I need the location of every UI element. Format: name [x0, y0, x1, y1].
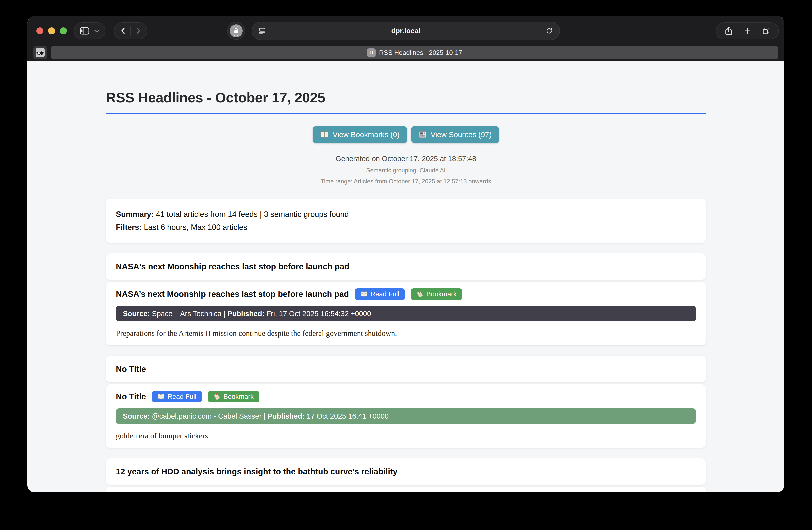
browser-window: dpr.local — [28, 16, 784, 492]
active-tab[interactable]: D RSS Headlines - 2025-10-17 — [51, 46, 779, 59]
source-bar: Source: @cabel.panic.com - Cabel Sasser … — [116, 409, 696, 424]
chevron-down-icon — [94, 29, 100, 33]
read-full-button[interactable]: Read Full — [152, 391, 202, 402]
open-book-icon — [320, 131, 329, 139]
group-heading: 12 years of HDD analysis brings insight … — [106, 458, 706, 485]
article-description: Preparations for the Artemis II mission … — [116, 329, 696, 338]
semantic-grouping-note: Semantic grouping: Claude AI — [106, 167, 706, 174]
article-card: NASA’s next Moonship reaches last stop b… — [106, 282, 706, 345]
open-book-icon — [361, 291, 367, 297]
page-title: RSS Headlines - October 17, 2025 — [106, 89, 706, 114]
tab-favicon: D — [367, 48, 376, 57]
share-button[interactable] — [725, 27, 733, 35]
group-heading: No Title — [106, 356, 706, 383]
window-controls — [37, 28, 67, 34]
read-full-button[interactable]: Read Full — [355, 288, 405, 300]
open-book-icon — [158, 394, 164, 400]
sidebar-icon — [80, 27, 89, 35]
bookmark-tag-icon — [417, 291, 423, 298]
url-text: dpr.local — [252, 27, 560, 35]
group-heading: NASA's next Moonship reaches last stop b… — [106, 254, 706, 280]
pinned-tab[interactable] — [33, 46, 47, 59]
tab-overview-button[interactable] — [763, 27, 770, 35]
toolbar-right-buttons — [716, 23, 779, 40]
article-title: No Title — [116, 392, 146, 401]
page-actions: View Bookmarks (0) View Sources (97) — [106, 126, 706, 143]
view-sources-button[interactable]: View Sources (97) — [411, 126, 499, 143]
tab-bar: D RSS Headlines - 2025-10-17 — [28, 46, 784, 61]
newspaper-icon — [419, 131, 427, 139]
nav-divider — [130, 26, 131, 36]
article-card-partial — [106, 487, 706, 492]
glasses-favicon-icon — [36, 48, 45, 57]
filters-line: Filters: Last 6 hours, Max 100 articles — [116, 221, 696, 234]
article-description: golden era of bumper stickers — [116, 431, 696, 441]
tab-title: RSS Headlines - 2025-10-17 — [379, 49, 462, 57]
forward-button[interactable] — [136, 28, 141, 34]
zoom-window-button[interactable] — [60, 28, 67, 34]
view-sources-label: View Sources (97) — [431, 130, 492, 139]
generated-timestamp: Generated on October 17, 2025 at 18:57:4… — [106, 155, 706, 163]
article-title: NASA’s next Moonship reaches last stop b… — [116, 289, 349, 299]
source-bar: Source: Space – Ars Technica | Published… — [116, 306, 696, 321]
summary-card: Summary: 41 total articles from 14 feeds… — [106, 199, 706, 243]
article-card: No Title Read Full Bookmark — [106, 385, 706, 448]
time-range-note: Time range: Articles from October 17, 20… — [106, 178, 706, 185]
bookmark-button[interactable]: Bookmark — [411, 288, 463, 300]
navigation-buttons — [114, 23, 147, 40]
view-bookmarks-button[interactable]: View Bookmarks (0) — [313, 126, 407, 143]
bookmark-tag-icon — [214, 393, 220, 400]
new-tab-button[interactable] — [744, 28, 751, 34]
sidebar-toggle-button[interactable] — [74, 23, 105, 40]
browser-toolbar: dpr.local — [28, 16, 784, 46]
close-window-button[interactable] — [37, 28, 44, 34]
bookmark-button[interactable]: Bookmark — [208, 391, 260, 402]
address-bar[interactable]: dpr.local — [252, 22, 560, 40]
back-button[interactable] — [121, 28, 125, 34]
summary-line: Summary: 41 total articles from 14 feeds… — [116, 208, 696, 221]
lock-badge-icon — [230, 25, 243, 38]
privacy-extension-button[interactable] — [227, 22, 245, 40]
minimize-window-button[interactable] — [48, 28, 55, 34]
browser-chrome: dpr.local — [28, 16, 784, 61]
page-content: RSS Headlines - October 17, 2025 View Bo… — [28, 61, 784, 492]
view-bookmarks-label: View Bookmarks (0) — [333, 130, 400, 139]
